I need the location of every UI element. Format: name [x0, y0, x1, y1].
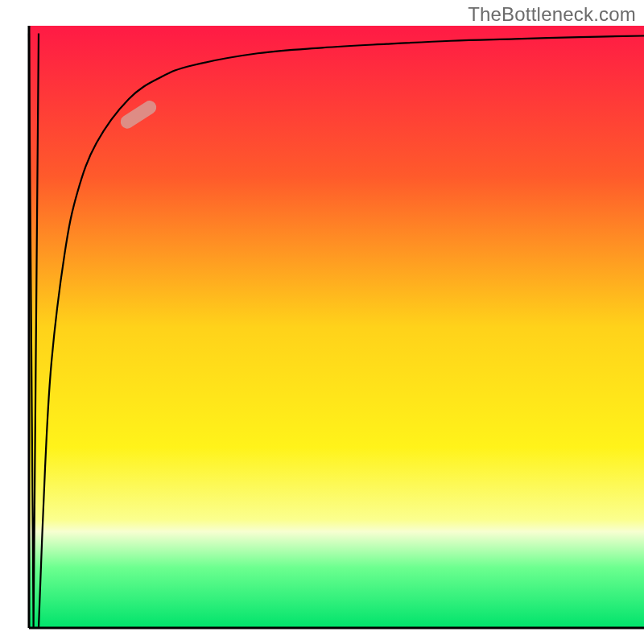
- plot-area: [29, 26, 644, 628]
- chart-container: [0, 0, 644, 644]
- watermark-text: TheBottleneck.com: [468, 3, 636, 26]
- plot-background: [29, 26, 644, 628]
- chart-svg: [0, 0, 644, 644]
